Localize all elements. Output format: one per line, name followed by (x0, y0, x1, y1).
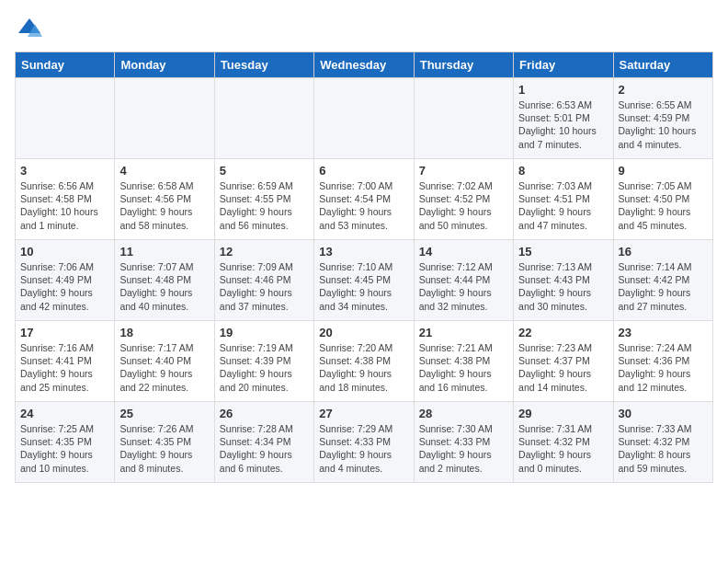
day-number: 28 (419, 407, 508, 420)
calendar-cell: 20Sunrise: 7:20 AM Sunset: 4:38 PM Dayli… (314, 321, 414, 402)
calendar-header-row: SundayMondayTuesdayWednesdayThursdayFrid… (16, 52, 713, 78)
day-number: 2 (619, 83, 708, 97)
day-info: Sunrise: 7:19 AM Sunset: 4:39 PM Dayligh… (220, 341, 309, 394)
day-info: Sunrise: 7:24 AM Sunset: 4:36 PM Dayligh… (619, 341, 708, 394)
day-info: Sunrise: 7:20 AM Sunset: 4:38 PM Dayligh… (319, 341, 408, 394)
day-number: 22 (518, 326, 608, 339)
calendar-cell: 22Sunrise: 7:23 AM Sunset: 4:37 PM Dayli… (514, 321, 613, 402)
calendar-cell (214, 78, 313, 159)
day-number: 3 (20, 164, 109, 178)
calendar-cell: 14Sunrise: 7:12 AM Sunset: 4:44 PM Dayli… (414, 240, 513, 321)
calendar-cell: 17Sunrise: 7:16 AM Sunset: 4:41 PM Dayli… (16, 321, 115, 402)
day-info: Sunrise: 6:59 AM Sunset: 4:55 PM Dayligh… (220, 179, 309, 232)
day-number: 4 (119, 164, 209, 178)
calendar-cell: 1Sunrise: 6:53 AM Sunset: 5:01 PM Daylig… (514, 78, 613, 159)
day-info: Sunrise: 6:56 AM Sunset: 4:58 PM Dayligh… (20, 179, 109, 232)
calendar-cell: 4Sunrise: 6:58 AM Sunset: 4:56 PM Daylig… (115, 159, 214, 240)
day-info: Sunrise: 7:33 AM Sunset: 4:32 PM Dayligh… (619, 422, 708, 475)
day-info: Sunrise: 7:06 AM Sunset: 4:49 PM Dayligh… (20, 260, 109, 313)
calendar-week-row: 10Sunrise: 7:06 AM Sunset: 4:49 PM Dayli… (16, 240, 713, 321)
calendar-cell: 2Sunrise: 6:55 AM Sunset: 4:59 PM Daylig… (613, 78, 712, 159)
day-info: Sunrise: 7:13 AM Sunset: 4:43 PM Dayligh… (518, 260, 608, 313)
calendar-week-row: 24Sunrise: 7:25 AM Sunset: 4:35 PM Dayli… (16, 402, 713, 483)
day-number: 5 (220, 164, 309, 178)
day-info: Sunrise: 7:14 AM Sunset: 4:42 PM Dayligh… (619, 260, 708, 313)
day-info: Sunrise: 7:12 AM Sunset: 4:44 PM Dayligh… (419, 260, 508, 313)
day-info: Sunrise: 7:21 AM Sunset: 4:38 PM Dayligh… (419, 341, 508, 394)
col-header-friday: Friday (514, 52, 613, 78)
day-number: 24 (20, 407, 109, 420)
col-header-wednesday: Wednesday (314, 52, 414, 78)
day-info: Sunrise: 7:02 AM Sunset: 4:52 PM Dayligh… (419, 179, 508, 232)
day-number: 14 (419, 245, 508, 259)
day-info: Sunrise: 6:58 AM Sunset: 4:56 PM Dayligh… (119, 179, 209, 232)
calendar-cell (314, 78, 414, 159)
day-number: 15 (518, 245, 608, 259)
day-info: Sunrise: 6:53 AM Sunset: 5:01 PM Dayligh… (518, 98, 608, 151)
day-info: Sunrise: 7:30 AM Sunset: 4:33 PM Dayligh… (419, 422, 508, 475)
calendar-cell (115, 78, 214, 159)
day-number: 8 (518, 164, 608, 178)
day-number: 18 (119, 326, 209, 339)
calendar-cell: 13Sunrise: 7:10 AM Sunset: 4:45 PM Dayli… (314, 240, 414, 321)
day-info: Sunrise: 6:55 AM Sunset: 4:59 PM Dayligh… (619, 98, 708, 151)
col-header-tuesday: Tuesday (214, 52, 313, 78)
day-number: 20 (319, 326, 408, 339)
logo (15, 15, 42, 40)
calendar-cell: 8Sunrise: 7:03 AM Sunset: 4:51 PM Daylig… (514, 159, 613, 240)
day-info: Sunrise: 7:03 AM Sunset: 4:51 PM Dayligh… (518, 179, 608, 232)
day-number: 1 (518, 83, 608, 97)
calendar-cell: 27Sunrise: 7:29 AM Sunset: 4:33 PM Dayli… (314, 402, 414, 483)
calendar-cell: 25Sunrise: 7:26 AM Sunset: 4:35 PM Dayli… (115, 402, 214, 483)
day-number: 11 (119, 245, 209, 259)
day-info: Sunrise: 7:16 AM Sunset: 4:41 PM Dayligh… (20, 341, 109, 394)
calendar-cell: 7Sunrise: 7:02 AM Sunset: 4:52 PM Daylig… (414, 159, 513, 240)
day-number: 19 (220, 326, 309, 339)
calendar-week-row: 3Sunrise: 6:56 AM Sunset: 4:58 PM Daylig… (16, 159, 713, 240)
calendar-week-row: 1Sunrise: 6:53 AM Sunset: 5:01 PM Daylig… (16, 78, 713, 159)
col-header-thursday: Thursday (414, 52, 513, 78)
col-header-saturday: Saturday (613, 52, 712, 78)
day-number: 13 (319, 245, 408, 259)
calendar-cell (414, 78, 513, 159)
day-info: Sunrise: 7:07 AM Sunset: 4:48 PM Dayligh… (119, 260, 209, 313)
day-number: 25 (119, 407, 209, 420)
calendar-cell: 15Sunrise: 7:13 AM Sunset: 4:43 PM Dayli… (514, 240, 613, 321)
day-info: Sunrise: 7:29 AM Sunset: 4:33 PM Dayligh… (319, 422, 408, 475)
day-info: Sunrise: 7:00 AM Sunset: 4:54 PM Dayligh… (319, 179, 408, 232)
col-header-sunday: Sunday (16, 52, 115, 78)
calendar-cell: 6Sunrise: 7:00 AM Sunset: 4:54 PM Daylig… (314, 159, 414, 240)
calendar-cell: 24Sunrise: 7:25 AM Sunset: 4:35 PM Dayli… (16, 402, 115, 483)
day-number: 30 (619, 407, 708, 420)
calendar-cell: 29Sunrise: 7:31 AM Sunset: 4:32 PM Dayli… (514, 402, 613, 483)
day-info: Sunrise: 7:28 AM Sunset: 4:34 PM Dayligh… (220, 422, 309, 475)
logo-icon (17, 15, 42, 40)
day-info: Sunrise: 7:26 AM Sunset: 4:35 PM Dayligh… (119, 422, 209, 475)
calendar-cell: 10Sunrise: 7:06 AM Sunset: 4:49 PM Dayli… (16, 240, 115, 321)
day-number: 29 (518, 407, 608, 420)
day-info: Sunrise: 7:31 AM Sunset: 4:32 PM Dayligh… (518, 422, 608, 475)
calendar-week-row: 17Sunrise: 7:16 AM Sunset: 4:41 PM Dayli… (16, 321, 713, 402)
day-number: 23 (619, 326, 708, 339)
day-number: 17 (20, 326, 109, 339)
calendar-cell: 11Sunrise: 7:07 AM Sunset: 4:48 PM Dayli… (115, 240, 214, 321)
day-info: Sunrise: 7:05 AM Sunset: 4:50 PM Dayligh… (619, 179, 708, 232)
calendar-cell: 26Sunrise: 7:28 AM Sunset: 4:34 PM Dayli… (214, 402, 313, 483)
day-number: 10 (20, 245, 109, 259)
calendar-cell (16, 78, 115, 159)
calendar-cell: 9Sunrise: 7:05 AM Sunset: 4:50 PM Daylig… (613, 159, 712, 240)
day-number: 27 (319, 407, 408, 420)
calendar-table: SundayMondayTuesdayWednesdayThursdayFrid… (15, 52, 713, 483)
calendar-cell: 28Sunrise: 7:30 AM Sunset: 4:33 PM Dayli… (414, 402, 513, 483)
calendar-cell: 5Sunrise: 6:59 AM Sunset: 4:55 PM Daylig… (214, 159, 313, 240)
calendar-cell: 16Sunrise: 7:14 AM Sunset: 4:42 PM Dayli… (613, 240, 712, 321)
day-number: 12 (220, 245, 309, 259)
day-info: Sunrise: 7:25 AM Sunset: 4:35 PM Dayligh… (20, 422, 109, 475)
day-number: 16 (619, 245, 708, 259)
day-info: Sunrise: 7:17 AM Sunset: 4:40 PM Dayligh… (119, 341, 209, 394)
calendar-cell: 21Sunrise: 7:21 AM Sunset: 4:38 PM Dayli… (414, 321, 513, 402)
calendar-cell: 19Sunrise: 7:19 AM Sunset: 4:39 PM Dayli… (214, 321, 313, 402)
day-number: 6 (319, 164, 408, 178)
calendar-cell: 30Sunrise: 7:33 AM Sunset: 4:32 PM Dayli… (613, 402, 712, 483)
day-number: 26 (220, 407, 309, 420)
